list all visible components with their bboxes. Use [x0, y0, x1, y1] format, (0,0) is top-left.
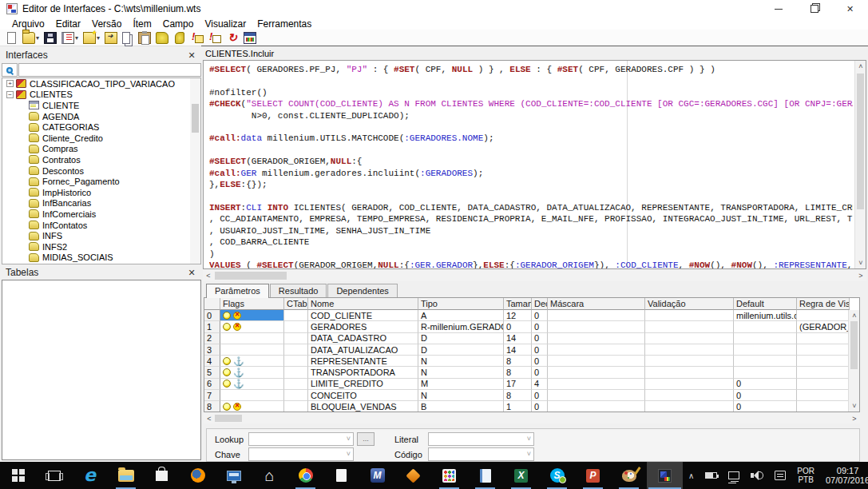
flags-cell[interactable] — [220, 344, 284, 356]
cell[interactable] — [797, 379, 850, 390]
table-row[interactable]: 1GERADORESR-millenium.GERADORES.C00(GERA… — [204, 321, 859, 332]
scroll-down-icon[interactable]: ˅ — [855, 257, 866, 268]
cell[interactable]: 0 — [532, 356, 548, 367]
new-item-button[interactable]: ▾ — [81, 31, 102, 45]
cell[interactable] — [548, 401, 645, 412]
cell[interactable]: 0 — [532, 321, 548, 332]
flags-cell[interactable] — [220, 321, 284, 332]
column-header-Default[interactable]: Default — [734, 298, 797, 310]
tabelas-list[interactable] — [2, 280, 201, 460]
cell[interactable]: R-millenium.GERADORES.C — [418, 321, 504, 332]
restore-button[interactable] — [796, 0, 832, 18]
cell[interactable]: 0 — [204, 310, 220, 321]
cell[interactable]: GERADORES — [308, 321, 418, 332]
collapse-icon[interactable]: − — [6, 91, 14, 98]
column-header-rownum[interactable] — [204, 298, 220, 310]
menu-arquivo[interactable]: Arquivo — [6, 18, 50, 30]
cell[interactable]: 5 — [204, 367, 220, 378]
cell[interactable]: 8 — [504, 390, 532, 401]
cell[interactable] — [548, 390, 645, 401]
paint-button[interactable] — [611, 462, 647, 489]
cell[interactable] — [284, 367, 308, 378]
language-indicator[interactable]: PORPTB — [797, 467, 814, 484]
close-button[interactable]: ✕ — [832, 0, 868, 18]
grid-scroll-right-icon[interactable]: > — [849, 413, 860, 424]
cell[interactable] — [734, 333, 797, 344]
cell[interactable] — [548, 321, 645, 332]
cell[interactable]: 0 — [532, 390, 548, 401]
tree-item-compras[interactable]: Compras — [2, 144, 200, 155]
column-header-Tamanh[interactable]: Tamanh — [504, 298, 532, 310]
cell[interactable]: B — [418, 401, 504, 412]
cell[interactable]: 17 — [504, 379, 532, 390]
cell[interactable]: millenium.utils.default — [734, 310, 797, 321]
cell[interactable] — [284, 401, 308, 412]
home-button[interactable]: ⌂ — [252, 462, 287, 489]
cell[interactable]: 7 — [204, 390, 220, 401]
flags-cell[interactable] — [220, 390, 284, 401]
cell[interactable]: 6 — [204, 379, 220, 390]
cell[interactable]: 12 — [504, 310, 532, 321]
cell[interactable] — [645, 333, 734, 344]
cell[interactable] — [548, 344, 645, 356]
battery-icon[interactable] — [705, 472, 717, 479]
tree-item-contratos[interactable]: Contratos — [2, 154, 200, 165]
titlebar[interactable]: Editor de Interfaces - C:\wts\millenium.… — [0, 0, 868, 18]
action-center-icon[interactable] — [775, 471, 786, 480]
dropdown-arrow-icon[interactable]: ▾ — [36, 34, 39, 42]
cell[interactable] — [548, 333, 645, 344]
lookup-combobox[interactable] — [248, 432, 354, 446]
copy-button[interactable] — [120, 31, 136, 45]
millenium-button[interactable]: M — [359, 462, 395, 489]
cell[interactable]: 14 — [504, 333, 532, 344]
cell[interactable]: 14 — [504, 344, 532, 356]
menu-campo[interactable]: Campo — [157, 18, 200, 30]
powerpoint-button[interactable]: P — [575, 462, 611, 489]
skype-button[interactable]: S — [539, 462, 575, 489]
edge-button[interactable]: e — [72, 462, 108, 489]
file-explorer-button[interactable] — [108, 462, 144, 489]
column-header-Decim[interactable]: Decim — [532, 298, 548, 310]
firefox-button[interactable] — [180, 462, 216, 489]
notepad-button[interactable] — [467, 462, 503, 489]
tree-item-fornec_pagamento[interactable]: Fornec_Pagamento — [2, 176, 200, 187]
document-button[interactable] — [323, 462, 359, 489]
tree-item-infs[interactable]: INFS — [2, 230, 200, 241]
cell[interactable]: 0 — [532, 401, 548, 412]
cell[interactable]: TRANSPORTADORA — [308, 367, 418, 378]
open-file-button[interactable]: ▾ — [20, 31, 42, 45]
cell[interactable] — [548, 379, 645, 390]
table-row[interactable]: 5⚓TRANSPORTADORAN80 — [204, 367, 859, 378]
cell[interactable]: 0 — [734, 390, 797, 401]
table-row[interactable]: 3DATA_ATUALIZACAOD140 — [204, 344, 859, 356]
menu-versão[interactable]: Versão — [86, 18, 127, 30]
grid-scroll-left-icon[interactable]: < — [204, 413, 215, 424]
interfaces-close-icon[interactable]: ✕ — [186, 50, 197, 61]
tree-item-classificacao_tipo_variacao[interactable]: +CLASSIFICACAO_TIPO_VARIACAO — [2, 78, 200, 89]
cell[interactable] — [645, 401, 734, 412]
grid-scroll-up-icon[interactable]: ˄ — [849, 310, 860, 321]
grid-hscroll-thumb[interactable] — [215, 415, 242, 422]
tree-item-agenda[interactable]: AGENDA — [2, 111, 200, 122]
column-header-Regra de Visibilida[interactable]: Regra de Visibilida — [797, 298, 850, 310]
cell[interactable]: 8 — [204, 401, 220, 412]
tabelas-close-icon[interactable]: ✕ — [186, 268, 197, 278]
table-row[interactable]: 4⚓REPRESENTANTEN80 — [204, 356, 859, 367]
cell[interactable]: LIMITE_CREDITO — [308, 379, 418, 390]
cell[interactable] — [734, 356, 797, 367]
apply-button[interactable] — [171, 31, 188, 45]
codigo-combobox[interactable] — [428, 447, 534, 461]
cell[interactable]: CONCEITO — [308, 390, 418, 401]
cell[interactable] — [548, 367, 645, 378]
tree-item-descontos[interactable]: Descontos — [2, 165, 200, 177]
parameters-grid[interactable]: FlagsCTabNomeTipoTamanhDecimMáscaraValid… — [204, 297, 860, 412]
cell[interactable] — [548, 310, 645, 321]
tree-item-clientes[interactable]: −CLIENTES — [2, 89, 200, 101]
cell[interactable] — [645, 310, 734, 321]
remote-desktop-button[interactable] — [216, 462, 252, 489]
cell[interactable]: 8 — [504, 356, 532, 367]
scroll-up-icon[interactable]: ˄ — [855, 61, 866, 72]
editor-vscroll-thumb[interactable] — [857, 74, 864, 209]
cell[interactable] — [797, 401, 850, 412]
cell[interactable]: COD_CLIENTE — [308, 310, 418, 321]
